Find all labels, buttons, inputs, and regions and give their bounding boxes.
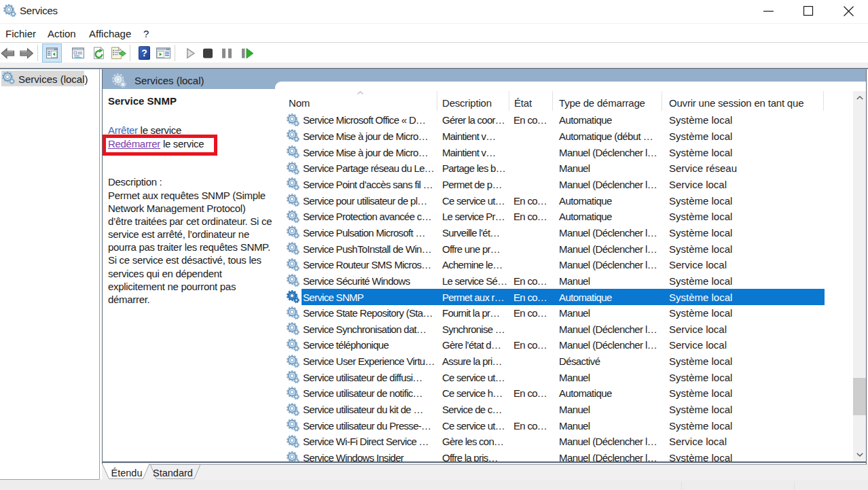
svg-text:?: ? xyxy=(141,48,147,58)
svg-text:Étendu: Étendu xyxy=(111,468,143,478)
svg-text:Standard: Standard xyxy=(153,468,193,478)
